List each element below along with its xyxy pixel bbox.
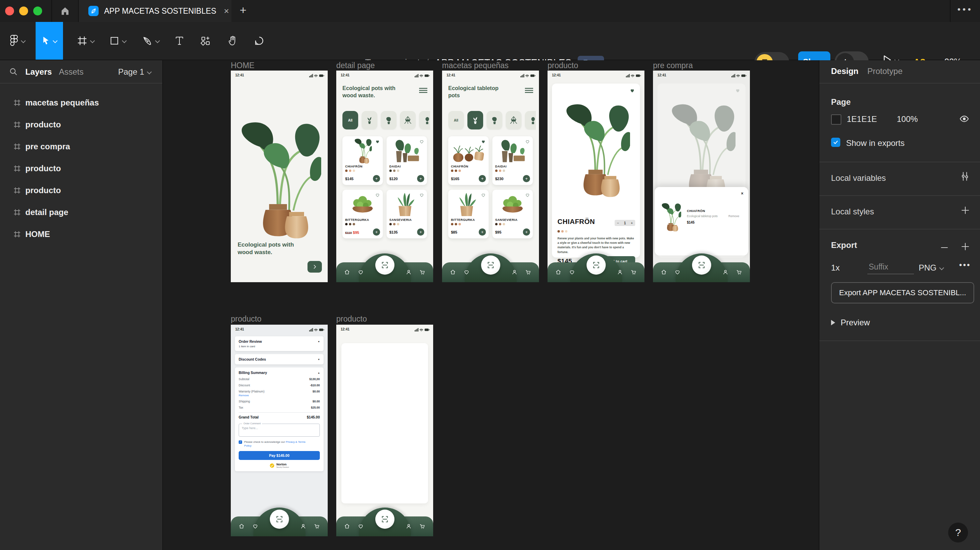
frame-blank-producto[interactable]: 12:41 xyxy=(336,325,433,536)
page-color-hex[interactable]: 1E1E1E xyxy=(847,114,877,124)
variables-sliders-icon[interactable] xyxy=(960,170,970,182)
product-name: DAIDAI xyxy=(389,165,424,168)
export-scale[interactable]: 1x xyxy=(831,263,840,273)
favorite-icon xyxy=(419,192,424,198)
zoom-window-button[interactable] xyxy=(33,6,42,16)
figma-main-menu[interactable] xyxy=(5,22,31,60)
minus-icon[interactable] xyxy=(940,243,949,252)
frame-macetas-pequenas[interactable]: 12:41 Ecological tabletop pots All CHIAF… xyxy=(442,70,539,282)
frame-tool[interactable] xyxy=(71,22,101,60)
section-title: Order Review xyxy=(239,339,320,343)
chevron-down-icon xyxy=(155,38,160,43)
new-tab-button[interactable]: + xyxy=(240,3,247,17)
status-time: 12:41 xyxy=(341,73,350,77)
chevron-down-icon xyxy=(90,38,95,43)
layer-row-pre-compra[interactable]: pre compra xyxy=(0,136,162,158)
local-styles-label[interactable]: Local styles xyxy=(831,207,874,216)
cart-icon xyxy=(313,523,320,529)
help-button[interactable]: ? xyxy=(948,523,968,542)
cart-item-price: $145 xyxy=(687,221,694,224)
layers-panel: Layers Assets Page 1 macetas pequeñas pr… xyxy=(0,60,163,550)
scan-button xyxy=(375,256,395,275)
frame-label-producto[interactable]: producto xyxy=(547,61,578,70)
heart-icon xyxy=(252,523,259,529)
shape-tool[interactable] xyxy=(103,22,133,60)
grand-total-label: Grand Total xyxy=(239,415,259,419)
plus-icon[interactable] xyxy=(961,242,970,251)
page-color-swatch[interactable] xyxy=(831,114,841,125)
frame-label-detail-page[interactable]: detail page xyxy=(336,61,375,70)
tab-design[interactable]: Design xyxy=(831,67,858,76)
frame-producto[interactable]: 12:41 CHIAFRÖN − 1 + Renew your plants a… xyxy=(547,70,644,282)
frame-label-home[interactable]: HOME xyxy=(231,61,255,70)
frame-checkout[interactable]: 12:41 Order Review ▾ 1 item in card Disc… xyxy=(231,325,328,536)
tab-close-icon[interactable]: × xyxy=(224,6,229,16)
pen-tool[interactable] xyxy=(136,22,166,60)
frame-icon xyxy=(13,121,21,129)
frame-label-blank[interactable]: producto xyxy=(336,315,367,324)
layer-row-producto[interactable]: producto xyxy=(0,114,162,136)
export-button[interactable]: Export APP MACETAS SOSTENIBL... xyxy=(831,282,974,304)
plus-icon[interactable] xyxy=(961,205,970,215)
section-subtitle: 1 item in card xyxy=(239,345,320,348)
move-tool-selected[interactable] xyxy=(36,22,63,60)
frame-icon xyxy=(13,164,21,173)
minus-icon: − xyxy=(617,221,619,225)
export-preview-toggle[interactable]: Preview xyxy=(831,318,870,327)
layer-name: macetas pequeñas xyxy=(25,98,99,108)
scan-icon xyxy=(380,261,389,270)
section-title: Billing Summary xyxy=(239,370,320,375)
layer-row-macetas-pequenas[interactable]: macetas pequeñas xyxy=(0,92,162,114)
design-canvas[interactable]: HOME detail page macetas pequeñas produc… xyxy=(163,60,819,550)
page-selector[interactable]: Page 1 xyxy=(118,67,152,77)
frame-icon xyxy=(13,186,21,194)
eye-icon[interactable] xyxy=(959,114,969,124)
text-tool[interactable] xyxy=(169,22,190,60)
layer-row-home[interactable]: HOME xyxy=(0,224,162,246)
layer-name: detail page xyxy=(25,208,68,217)
rectangle-icon xyxy=(110,36,119,46)
category-chips: All xyxy=(448,111,536,130)
layer-row-producto[interactable]: producto xyxy=(0,180,162,202)
add-button: + xyxy=(373,229,380,235)
tab-prototype[interactable]: Prototype xyxy=(867,67,903,76)
frame-detail-page[interactable]: 12:41 Ecological pots with wood waste. A… xyxy=(336,70,433,282)
product-photo xyxy=(496,138,529,164)
close-window-button[interactable] xyxy=(5,6,14,16)
titlebar-divider xyxy=(950,0,951,22)
product-name: CHIAFRÖN xyxy=(451,165,486,168)
frame-label-macetas[interactable]: macetas pequeñas xyxy=(442,61,509,70)
frame-label-pre-compra[interactable]: pre compra xyxy=(653,61,693,70)
product-price: $165 xyxy=(451,177,459,181)
show-in-exports-checkbox[interactable] xyxy=(831,138,840,147)
tab-assets[interactable]: Assets xyxy=(59,67,84,77)
status-icons xyxy=(309,74,324,78)
resources-tool[interactable] xyxy=(194,22,217,60)
scan-icon xyxy=(486,261,495,270)
comment-tool[interactable] xyxy=(248,22,270,60)
product-card: SANSEVIERIA $135 + xyxy=(387,190,427,238)
export-suffix-input[interactable] xyxy=(867,262,914,274)
layer-row-detail-page[interactable]: detail page xyxy=(0,202,162,224)
category-chips: All xyxy=(342,111,430,130)
file-tab[interactable]: APP MACETAS SOSTENIBLES × xyxy=(79,0,231,22)
export-overflow-menu[interactable]: ••• xyxy=(959,260,971,270)
search-icon[interactable] xyxy=(9,67,18,76)
layer-row-producto[interactable]: producto xyxy=(0,158,162,180)
page-title: Ecological pots with wood waste. xyxy=(342,85,402,99)
frame-home[interactable]: 12:41 Ecological pots with wood waste. xyxy=(231,70,328,282)
local-variables-label[interactable]: Local variables xyxy=(831,173,886,183)
minimize-window-button[interactable] xyxy=(19,6,28,16)
home-tab-button[interactable] xyxy=(52,0,78,22)
remove-link: Remove xyxy=(728,215,739,218)
product-card: SANSEVIERIA $95 + xyxy=(492,190,533,238)
window-overflow-menu[interactable]: ••• xyxy=(958,4,973,15)
tab-layers[interactable]: Layers xyxy=(25,67,52,77)
page-opacity[interactable]: 100% xyxy=(897,114,918,124)
hand-tool[interactable] xyxy=(221,22,244,60)
caret-down-icon: ▾ xyxy=(318,358,320,361)
frame-pre-compra[interactable]: 12:41 CHIAFRÖN −1+ × CHIAFRÖN Ecological… xyxy=(653,70,750,282)
heart-icon xyxy=(463,269,470,275)
frame-label-checkout[interactable]: producto xyxy=(231,315,262,324)
export-format-select[interactable]: PNG xyxy=(919,263,944,273)
